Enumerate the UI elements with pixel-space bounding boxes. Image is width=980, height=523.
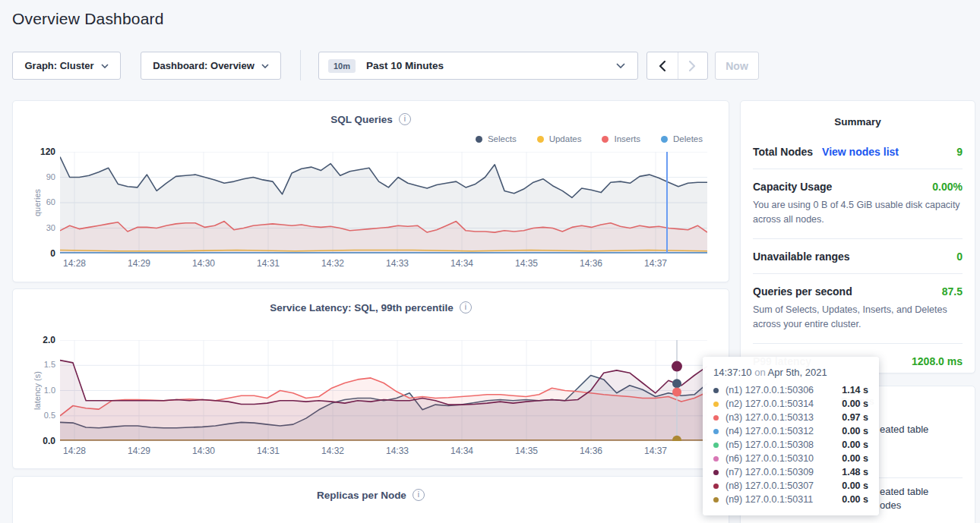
tooltip-row: (n2) 127.0.0.1:503140.00 s xyxy=(713,397,868,411)
queries-per-second-label: Queries per second xyxy=(753,285,852,298)
tooltip-node-label: (n5) 127.0.0.1:50308 xyxy=(726,440,814,450)
time-next-button[interactable] xyxy=(678,52,708,79)
x-tick-label: 14:34 xyxy=(439,446,485,456)
chart-plot-area[interactable] xyxy=(60,340,707,444)
x-axis-labels: 14:2814:2914:3014:3114:3214:3314:3414:35… xyxy=(60,446,707,458)
legend-dot-icon xyxy=(602,136,609,143)
chart-plot-area[interactable] xyxy=(60,152,707,257)
tooltip-row: (n3) 127.0.0.1:503130.97 s xyxy=(713,411,868,424)
y-axis-title: latency (s) xyxy=(33,340,42,441)
tooltip-row: (n6) 127.0.0.1:503100.00 s xyxy=(713,452,868,465)
service-latency-title: Service Latency: SQL, 99th percentilei xyxy=(13,301,729,313)
tooltip-node-label: (n2) 127.0.0.1:50314 xyxy=(726,399,814,409)
x-tick-label: 14:32 xyxy=(310,446,356,456)
time-step-buttons xyxy=(646,52,708,80)
node-color-dot-icon xyxy=(713,388,719,393)
event-item[interactable]: odes xyxy=(880,499,901,511)
tooltip-node-label: (n8) 127.0.0.1:50307 xyxy=(726,480,814,491)
queries-per-second-desc: Sum of Selects, Updates, Inserts, and De… xyxy=(753,303,963,332)
summary-row-unavailable-ranges: Unavailable ranges 0 xyxy=(753,238,963,273)
x-tick-label: 14:33 xyxy=(375,446,420,456)
y-tick-label: 1.5 xyxy=(44,360,55,369)
info-icon[interactable]: i xyxy=(460,301,472,313)
replicas-per-node-title: Replicas per Nodei xyxy=(13,489,729,501)
total-nodes-value: 9 xyxy=(956,146,963,158)
tooltip-node-label: (n6) 127.0.0.1:50310 xyxy=(726,453,814,464)
queries-per-second-value: 87.5 xyxy=(942,285,963,298)
tooltip-node-value: 0.97 s xyxy=(842,412,868,423)
legend-label: Deletes xyxy=(673,134,703,143)
capacity-usage-desc: You are using 0 B of 4.5 GiB usable disk… xyxy=(753,198,963,228)
x-tick-label: 14:29 xyxy=(116,258,162,269)
chevron-left-icon xyxy=(659,61,665,71)
chart-hover-tooltip: 14:37:10 on Apr 5th, 2021 (n1) 127.0.0.1… xyxy=(703,357,879,515)
y-tick-label: 30 xyxy=(46,223,55,232)
x-tick-label: 14:37 xyxy=(633,258,678,269)
info-icon[interactable]: i xyxy=(399,113,411,125)
unavailable-ranges-label: Unavailable ranges xyxy=(753,250,850,263)
graph-dropdown[interactable]: Graph: Cluster xyxy=(12,52,121,80)
x-tick-label: 14:28 xyxy=(52,258,97,269)
x-tick-label: 14:34 xyxy=(439,258,485,269)
tooltip-row: (n7) 127.0.0.1:503091.48 s xyxy=(713,465,868,479)
tooltip-node-label: (n3) 127.0.0.1:50313 xyxy=(726,412,814,423)
dashboard-dropdown-label: Dashboard: Overview xyxy=(153,60,254,71)
time-range-selector[interactable]: 10m Past 10 Minutes xyxy=(318,52,638,80)
unavailable-ranges-value: 0 xyxy=(956,250,963,263)
event-item[interactable]: eated table xyxy=(880,486,928,497)
y-tick-label: 0.0 xyxy=(43,436,55,446)
tooltip-node-label: (n9) 127.0.0.1:50311 xyxy=(726,494,813,505)
tooltip-rows: (n1) 127.0.0.1:503061.14 s(n2) 127.0.0.1… xyxy=(713,383,868,506)
legend-item-selects[interactable]: Selects xyxy=(476,134,517,143)
dashboard-dropdown[interactable]: Dashboard: Overview xyxy=(141,52,281,80)
chevron-right-icon xyxy=(689,61,696,71)
sql-queries-panel: SQL Queriesi SelectsUpdatesInsertsDelete… xyxy=(12,100,729,282)
x-tick-label: 14:30 xyxy=(181,258,226,269)
node-color-dot-icon xyxy=(713,484,719,489)
now-button[interactable]: Now xyxy=(715,52,759,80)
x-tick-label: 14:31 xyxy=(245,258,291,269)
y-tick-label: 1.0 xyxy=(44,386,55,395)
time-range-label: Past 10 Minutes xyxy=(366,60,444,71)
sql-queries-title: SQL Queriesi xyxy=(13,113,729,125)
node-color-dot-icon xyxy=(713,443,719,448)
legend-dot-icon xyxy=(476,136,482,143)
tooltip-row: (n1) 127.0.0.1:503061.14 s xyxy=(713,383,868,397)
legend-label: Inserts xyxy=(614,134,640,143)
legend-item-inserts[interactable]: Inserts xyxy=(602,134,640,143)
view-nodes-list-link[interactable]: View nodes list xyxy=(822,146,899,158)
tooltip-node-value: 0.00 s xyxy=(842,494,868,505)
tooltip-timestamp: 14:37:10 on Apr 5th, 2021 xyxy=(713,367,868,378)
tooltip-node-value: 0.00 s xyxy=(842,440,868,450)
capacity-usage-label: Capacity Usage xyxy=(753,181,832,193)
tooltip-row: (n5) 127.0.0.1:503080.00 s xyxy=(713,438,868,452)
summary-row-total-nodes: Total Nodes View nodes list 9 xyxy=(753,134,963,169)
summary-row-queries-per-second: Queries per second 87.5 Sum of Selects, … xyxy=(753,273,963,343)
legend-item-updates[interactable]: Updates xyxy=(537,134,582,143)
y-tick-label: 120 xyxy=(40,147,55,157)
graph-dropdown-label: Graph: Cluster xyxy=(24,60,93,71)
summary-title: Summary xyxy=(741,101,975,128)
x-tick-label: 14:29 xyxy=(116,446,162,456)
tooltip-node-value: 1.14 s xyxy=(842,385,868,395)
x-tick-label: 14:30 xyxy=(181,446,226,456)
legend-dot-icon xyxy=(661,136,668,143)
toolbar-divider xyxy=(300,50,301,80)
event-item[interactable]: eated table xyxy=(880,424,928,435)
tooltip-node-label: (n7) 127.0.0.1:50309 xyxy=(726,467,814,477)
summary-row-capacity-usage: Capacity Usage 0.00% You are using 0 B o… xyxy=(753,169,963,238)
node-color-dot-icon xyxy=(713,497,719,503)
x-tick-label: 14:37 xyxy=(633,446,678,456)
chevron-down-icon xyxy=(616,63,625,68)
legend-item-deletes[interactable]: Deletes xyxy=(661,134,703,143)
x-tick-label: 14:36 xyxy=(568,446,614,456)
time-range-badge: 10m xyxy=(328,59,356,73)
y-tick-label: 0 xyxy=(50,248,55,259)
chevron-down-icon xyxy=(261,64,269,68)
y-tick-label: 2.0 xyxy=(43,335,55,345)
tooltip-node-label: (n4) 127.0.0.1:50312 xyxy=(726,426,814,436)
sql-queries-legend: SelectsUpdatesInsertsDeletes xyxy=(476,134,703,143)
time-prev-button[interactable] xyxy=(647,52,678,79)
service-latency-panel: Service Latency: SQL, 99th percentilei 0… xyxy=(12,288,729,469)
info-icon[interactable]: i xyxy=(413,489,425,501)
